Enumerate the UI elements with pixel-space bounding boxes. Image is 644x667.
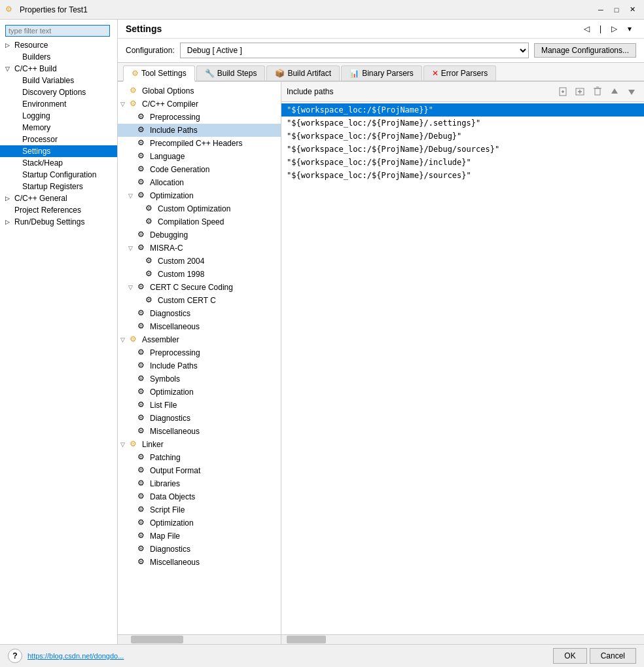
path-item[interactable]: "${workspace_loc:/${ProjName}/Debug}"	[281, 130, 644, 143]
tree-item-linker-miscellaneous[interactable]: ⚙ Miscellaneous	[118, 556, 281, 569]
sidebar-item-builders[interactable]: Builders	[0, 51, 117, 63]
tree-item-compilation-speed[interactable]: ⚙ Compilation Speed	[118, 215, 281, 228]
tree-item-label: Miscellaneous	[150, 322, 200, 331]
tab-tool-settings[interactable]: ⚙ Tool Settings	[123, 65, 195, 82]
tree-item-output-format[interactable]: ⚙ Output Format	[118, 464, 281, 477]
tree-item-asm-optimization[interactable]: ⚙ Optimization	[118, 386, 281, 399]
nav-back-button[interactable]: ◁	[579, 22, 594, 35]
settings-title: Settings	[126, 24, 162, 34]
path-item[interactable]: "${workspace_loc:/${ProjName}/sources}"	[281, 169, 644, 182]
tree-item-cpp-compiler[interactable]: ▽ ⚙ C/C++ Compiler	[118, 98, 281, 111]
expand-icon: ▽	[120, 336, 130, 343]
status-link[interactable]: https://blog.csdn.net/dongdo...	[27, 652, 124, 660]
tree-item-linker[interactable]: ▽ ⚙ Linker	[118, 438, 281, 451]
tree-item-assembler[interactable]: ▽ ⚙ Assembler	[118, 333, 281, 346]
tree-item-libraries[interactable]: ⚙ Libraries	[118, 477, 281, 490]
sidebar-item-cpp-general[interactable]: ▷ C/C++ General	[0, 192, 117, 204]
tree-item-misra-c[interactable]: ▽ ⚙ MISRA-C	[118, 242, 281, 255]
tree-item-custom-cert-c[interactable]: ⚙ Custom CERT C	[118, 294, 281, 307]
tree-item-preprocessing[interactable]: ⚙ Preprocessing	[118, 111, 281, 124]
nav-dropdown-button[interactable]: ▾	[623, 22, 636, 35]
tree-item-asm-preprocessing[interactable]: ⚙ Preprocessing	[118, 346, 281, 359]
tab-build-steps[interactable]: 🔧 Build Steps	[196, 65, 266, 81]
sidebar-item-build-variables[interactable]: Build Variables	[0, 75, 117, 86]
tree-item-language[interactable]: ⚙ Language	[118, 150, 281, 163]
help-button[interactable]: ?	[8, 649, 22, 663]
tree-item-linker-optimization[interactable]: ⚙ Optimization	[118, 516, 281, 530]
minimize-button[interactable]: ─	[594, 3, 607, 16]
path-item[interactable]: "${workspace_loc:/${ProjName}}"	[281, 103, 644, 117]
sidebar-item-resource[interactable]: ▷ Resource	[0, 39, 117, 51]
tree-item-map-file[interactable]: ⚙ Map File	[118, 530, 281, 543]
delete-path-button[interactable]	[590, 84, 605, 99]
tree-item-custom-optimization[interactable]: ⚙ Custom Optimization	[118, 202, 281, 215]
sidebar-item-startup-registers[interactable]: Startup Registers	[0, 181, 117, 192]
tree-item-patching[interactable]: ⚙ Patching	[118, 451, 281, 464]
add-workspace-button[interactable]	[573, 84, 588, 99]
close-button[interactable]: ✕	[626, 3, 639, 16]
tree-item-label: Include Paths	[150, 361, 198, 370]
tree-item-icon: ⚙	[137, 321, 148, 332]
sidebar-item-project-refs[interactable]: Project References	[0, 204, 117, 216]
tree-item-label: Miscellaneous	[150, 427, 200, 436]
tree-item-label: C/C++ Compiler	[142, 99, 198, 109]
tree-item-icon: ⚙	[145, 295, 156, 306]
sidebar-item-memory[interactable]: Memory	[0, 122, 117, 134]
manage-configurations-button[interactable]: Manage Configurations...	[534, 43, 636, 58]
expand-arrow: ▽	[5, 65, 13, 72]
tree-item-asm-list-file[interactable]: ⚙ List File	[118, 399, 281, 412]
nav-forward-button[interactable]: ▷	[607, 22, 622, 35]
tree-item-include-paths[interactable]: ⚙ Include Paths	[118, 124, 281, 137]
filter-input[interactable]	[5, 25, 110, 37]
ok-button[interactable]: OK	[553, 648, 586, 664]
sidebar-item-stack-heap[interactable]: Stack/Heap	[0, 157, 117, 169]
tab-build-artifact[interactable]: 📦 Build Artifact	[266, 65, 340, 81]
tree-item-data-objects[interactable]: ⚙ Data Objects	[118, 490, 281, 503]
sidebar-item-startup-config[interactable]: Startup Configuration	[0, 169, 117, 181]
sidebar-item-discovery-options[interactable]: Discovery Options	[0, 86, 117, 98]
tree-item-custom-2004[interactable]: ⚙ Custom 2004	[118, 255, 281, 268]
tree-item-global-options[interactable]: ⚙ Global Options	[118, 84, 281, 98]
tree-item-custom-1998[interactable]: ⚙ Custom 1998	[118, 268, 281, 281]
tab-error-parsers[interactable]: ✕ Error Parsers	[423, 65, 496, 81]
path-item[interactable]: "${workspace_loc:/${ProjName}/include}"	[281, 156, 644, 169]
tree-item-asm-diagnostics[interactable]: ⚙ Diagnostics	[118, 412, 281, 425]
expand-icon: ▽	[128, 245, 137, 251]
tree-item-precompiled-headers[interactable]: ⚙ Precompiled C++ Headers	[118, 137, 281, 150]
sidebar-item-cpp-build[interactable]: ▽ C/C++ Build	[0, 63, 117, 75]
tree-item-linker-diagnostics[interactable]: ⚙ Diagnostics	[118, 543, 281, 556]
cancel-button[interactable]: Cancel	[590, 648, 636, 664]
left-scrollbar[interactable]	[118, 635, 281, 644]
tree-item-debugging[interactable]: ⚙ Debugging	[118, 228, 281, 242]
sidebar-item-environment[interactable]: Environment	[0, 98, 117, 110]
tab-binary-parsers[interactable]: 📊 Binary Parsers	[341, 65, 422, 81]
sidebar-item-settings[interactable]: Settings	[0, 145, 117, 157]
tree-item-allocation[interactable]: ⚙ Allocation	[118, 176, 281, 189]
sidebar-item-processor[interactable]: Processor	[0, 134, 117, 145]
bottom-right: OK Cancel	[553, 648, 636, 664]
tree-item-code-generation[interactable]: ⚙ Code Generation	[118, 163, 281, 176]
expand-arrow: ▷	[5, 195, 13, 202]
tree-item-asm-miscellaneous[interactable]: ⚙ Miscellaneous	[118, 425, 281, 438]
tree-item-optimization[interactable]: ▽ ⚙ Optimization	[118, 189, 281, 202]
maximize-button[interactable]: □	[610, 3, 623, 16]
path-item[interactable]: "${workspace_loc:/${ProjName}/Debug/sour…	[281, 143, 644, 156]
tree-item-diagnostics-1[interactable]: ⚙ Diagnostics	[118, 307, 281, 320]
tree-item-miscellaneous-1[interactable]: ⚙ Miscellaneous	[118, 320, 281, 333]
tree-item-script-file[interactable]: ⚙ Script File	[118, 503, 281, 516]
tree-item-asm-include-paths[interactable]: ⚙ Include Paths	[118, 359, 281, 372]
expand-icon: ▽	[128, 284, 137, 291]
add-path-button[interactable]	[556, 84, 571, 99]
tree-item-asm-symbols[interactable]: ⚙ Symbols	[118, 372, 281, 386]
move-up-button[interactable]	[607, 84, 622, 99]
sidebar-item-run-debug[interactable]: ▷ Run/Debug Settings	[0, 216, 117, 228]
path-item[interactable]: "${workspace_loc:/${ProjName}/.settings}…	[281, 117, 644, 130]
tree-item-cert-c[interactable]: ▽ ⚙ CERT C Secure Coding	[118, 281, 281, 294]
tree-item-label: Code Generation	[150, 165, 209, 174]
move-down-button[interactable]	[624, 84, 639, 99]
sidebar-item-logging[interactable]: Logging	[0, 110, 117, 122]
right-scrollbar[interactable]	[281, 635, 644, 644]
tree-item-icon: ⚙	[137, 492, 148, 502]
config-select[interactable]: Debug [ Active ]	[180, 43, 529, 58]
window-controls: ─ □ ✕	[594, 3, 639, 16]
